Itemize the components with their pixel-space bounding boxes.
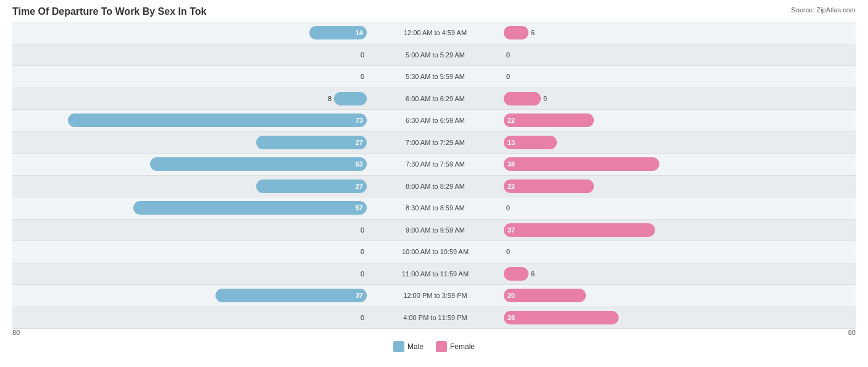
right-val: 37 (500, 223, 856, 237)
female-swatch (436, 341, 447, 352)
male-value: 27 (352, 139, 367, 146)
axis-right-label: 80 (848, 329, 856, 336)
female-value-outside: 6 (531, 270, 535, 278)
female-bar: 22 (504, 179, 594, 193)
female-bar (504, 26, 528, 39)
table-row: 73 6:30 AM to 6:59 AM 22 (12, 110, 856, 132)
time-label: 4:00 PM to 11:59 PM (370, 314, 500, 321)
female-value-zero: 0 (506, 248, 510, 255)
left-val: 14 (12, 26, 370, 39)
male-bar: 53 (150, 157, 367, 171)
male-bar: 27 (256, 136, 367, 149)
left-val: 73 (12, 113, 370, 127)
chart-body: 14 12:00 AM to 4:59 AM 6 0 5:00 AM to 5:… (12, 22, 856, 352)
table-row: 37 12:00 PM to 3:59 PM 20 (12, 285, 856, 307)
female-value: 28 (504, 314, 519, 321)
right-val: 0 (500, 73, 856, 80)
time-label: 8:00 AM to 8:29 AM (370, 183, 500, 190)
male-bar: 37 (215, 289, 367, 302)
table-row: 57 8:30 AM to 8:59 AM 0 (12, 197, 856, 220)
right-val: 0 (500, 248, 856, 255)
male-value-zero: 0 (361, 51, 364, 59)
female-value-zero: 0 (506, 51, 510, 59)
time-label: 6:00 AM to 6:29 AM (370, 95, 500, 102)
table-row: 0 5:30 AM to 5:59 AM 0 (12, 66, 856, 88)
male-value-outside: 8 (328, 95, 332, 102)
male-value: 27 (352, 183, 367, 190)
left-val: 0 (12, 73, 370, 80)
left-val: 53 (12, 157, 370, 171)
axis-labels: 80 80 (12, 329, 856, 337)
female-value: 13 (504, 139, 519, 146)
male-value-zero: 0 (361, 226, 364, 234)
legend-female: Female (436, 341, 475, 352)
male-label: Male (407, 342, 424, 351)
left-val: 57 (12, 201, 370, 215)
right-val: 9 (500, 92, 856, 105)
male-value-zero: 0 (361, 270, 364, 278)
source-text: Source: ZipAtlas.com (791, 6, 856, 14)
time-label: 5:30 AM to 5:59 AM (370, 73, 500, 80)
table-row: 0 5:00 AM to 5:29 AM 0 (12, 44, 856, 67)
female-value: 20 (504, 292, 519, 299)
table-row: 27 7:00 AM to 7:29 AM 13 (12, 132, 856, 154)
right-val: 20 (500, 289, 856, 302)
male-bar: 57 (133, 201, 367, 215)
time-label: 7:30 AM to 7:59 AM (370, 160, 500, 168)
male-value-zero: 0 (361, 73, 364, 80)
left-val: 8 (12, 92, 370, 105)
right-val: 38 (500, 157, 856, 171)
right-val: 13 (500, 136, 856, 149)
rows-container: 14 12:00 AM to 4:59 AM 6 0 5:00 AM to 5:… (12, 22, 856, 329)
right-val: 6 (500, 267, 856, 281)
female-bar: 28 (504, 311, 619, 324)
male-value-zero: 0 (361, 248, 364, 255)
male-bar: 27 (256, 179, 367, 193)
table-row: 0 4:00 PM to 11:59 PM 28 (12, 307, 856, 329)
table-row: 14 12:00 AM to 4:59 AM 6 (12, 22, 856, 44)
left-val: 0 (12, 248, 370, 255)
time-label: 8:30 AM to 8:59 AM (370, 204, 500, 212)
time-label: 6:30 AM to 6:59 AM (370, 117, 500, 124)
chart-title: Time Of Departure To Work By Sex In Tok (12, 6, 856, 17)
female-label: Female (450, 342, 475, 351)
female-value: 22 (504, 117, 519, 124)
time-label: 5:00 AM to 5:29 AM (370, 51, 500, 59)
legend-male: Male (393, 341, 424, 352)
chart-container: Time Of Departure To Work By Sex In Tok … (0, 0, 868, 367)
time-label: 7:00 AM to 7:29 AM (370, 139, 500, 146)
female-bar (504, 267, 528, 281)
time-label: 12:00 AM to 4:59 AM (370, 29, 500, 36)
right-val: 22 (500, 179, 856, 193)
time-label: 10:00 AM to 10:59 AM (370, 248, 500, 255)
left-val: 0 (12, 270, 370, 278)
female-bar: 20 (504, 289, 586, 302)
female-value-zero: 0 (506, 73, 510, 80)
axis-left-label: 80 (12, 329, 20, 336)
female-bar: 37 (504, 223, 655, 237)
table-row: 0 9:00 AM to 9:59 AM 37 (12, 220, 856, 242)
female-bar (504, 92, 541, 105)
right-val: 0 (500, 204, 856, 212)
right-val: 6 (500, 26, 856, 39)
table-row: 8 6:00 AM to 6:29 AM 9 (12, 88, 856, 110)
female-bar: 13 (504, 136, 557, 149)
female-bar: 38 (504, 157, 659, 171)
male-swatch (393, 341, 404, 352)
time-label: 12:00 PM to 3:59 PM (370, 292, 500, 299)
table-row: 0 10:00 AM to 10:59 AM 0 (12, 241, 856, 263)
right-val: 22 (500, 113, 856, 127)
time-label: 11:00 AM to 11:59 AM (370, 270, 500, 278)
male-bar: 73 (68, 113, 367, 127)
male-value: 53 (352, 160, 367, 168)
table-row: 27 8:00 AM to 8:29 AM 22 (12, 176, 856, 198)
female-value-zero: 0 (506, 204, 510, 212)
female-bar: 22 (504, 113, 594, 127)
male-bar: 14 (309, 26, 367, 39)
time-label: 9:00 AM to 9:59 AM (370, 226, 500, 234)
left-val: 0 (12, 226, 370, 234)
male-value-zero: 0 (361, 314, 364, 321)
female-value: 37 (504, 226, 519, 234)
left-val: 0 (12, 314, 370, 321)
left-val: 27 (12, 136, 370, 149)
